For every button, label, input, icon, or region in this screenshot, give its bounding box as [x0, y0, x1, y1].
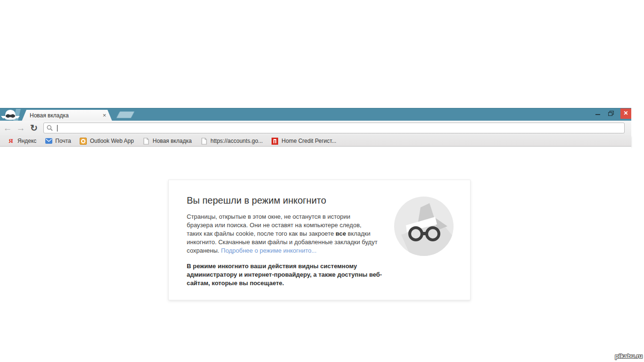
- bookmarks-bar: Я Яндекс Почта Outlook Web App: [0, 136, 631, 147]
- reload-button[interactable]: ↻: [28, 122, 40, 134]
- mail-icon: [45, 137, 52, 145]
- bookmark-accounts[interactable]: https://accounts.go...: [196, 136, 267, 146]
- page-icon: [142, 137, 150, 145]
- incognito-card: Вы перешли в режим инкогнито Страницы, о…: [168, 180, 471, 300]
- page-icon: [200, 137, 208, 145]
- bookmark-label: https://accounts.go...: [211, 138, 263, 144]
- bookmark-label: Почта: [55, 138, 71, 144]
- watermark: pikabu.ru: [615, 353, 643, 360]
- tab-strip: Новая вкладка × ✕: [0, 108, 631, 121]
- restore-icon: [608, 111, 614, 116]
- yandex-icon: Я: [7, 137, 15, 145]
- minimize-button[interactable]: [592, 108, 603, 118]
- close-button[interactable]: ✕: [620, 108, 631, 119]
- card-body: Страницы, открытые в этом окне, не остан…: [187, 213, 378, 255]
- outlook-icon: [80, 137, 87, 145]
- bookmark-label: Новая вкладка: [153, 138, 192, 144]
- bookmark-mail[interactable]: Почта: [41, 136, 75, 146]
- bookmark-outlook[interactable]: Outlook Web App: [75, 136, 138, 146]
- tab-close-icon[interactable]: ×: [101, 112, 108, 119]
- bookmark-label: Home Credit Регист...: [281, 138, 336, 144]
- tab-title: Новая вкладка: [30, 110, 69, 121]
- omnibox[interactable]: [43, 123, 625, 133]
- warning-text: В режиме инкогнито ваши действия видны с…: [187, 262, 387, 288]
- back-button[interactable]: ←: [1, 122, 14, 134]
- text-caret: [57, 125, 58, 132]
- forward-button[interactable]: →: [15, 122, 27, 134]
- tab-new-page[interactable]: Новая вкладка ×: [22, 110, 112, 121]
- bookmark-homecredit[interactable]: Home Credit Регист...: [267, 136, 340, 146]
- bookmark-yandex[interactable]: Я Яндекс: [3, 136, 41, 146]
- learn-more-link[interactable]: Подробнее о режиме инкогнито...: [221, 247, 316, 254]
- new-tab-button[interactable]: [116, 111, 135, 118]
- bookmark-label: Яндекс: [17, 138, 36, 144]
- restore-button[interactable]: [605, 108, 617, 118]
- homecredit-icon: [271, 137, 279, 145]
- search-icon: [47, 125, 53, 131]
- incognito-spy-icon: [0, 109, 22, 121]
- bookmark-label: Outlook Web App: [90, 138, 134, 144]
- toolbar: ← → ↻: [0, 121, 631, 136]
- incognito-logo-icon: [394, 196, 454, 256]
- minimize-icon: [595, 114, 600, 115]
- bookmark-new-tab[interactable]: Новая вкладка: [138, 136, 196, 146]
